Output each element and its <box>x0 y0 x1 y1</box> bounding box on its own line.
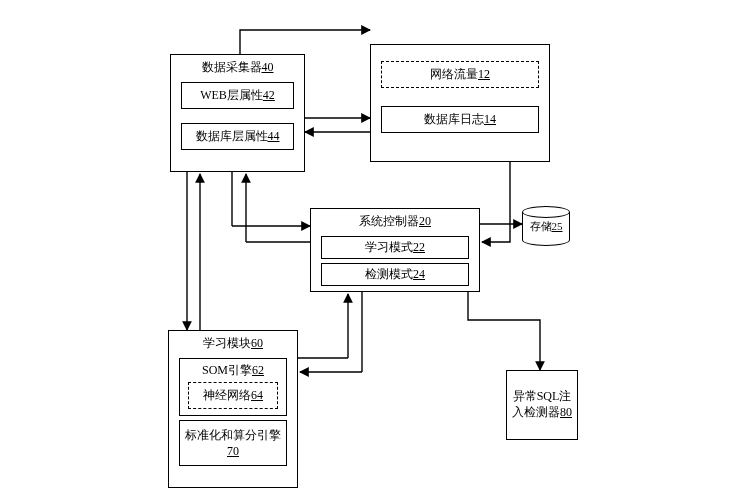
neural-network-num: 64 <box>251 388 263 402</box>
storage-cylinder: 存储25 <box>522 206 570 246</box>
learn-mode-num: 22 <box>413 240 425 254</box>
storage-num: 25 <box>552 220 563 232</box>
data-collector-title-text: 数据采集器 <box>202 60 262 74</box>
web-attributes-num: 42 <box>263 88 275 102</box>
neural-network-label: 神经网络 <box>203 388 251 402</box>
db-attributes-num: 44 <box>268 129 280 143</box>
storage-label-text: 存储 <box>530 220 552 232</box>
som-engine-box: SOM引擎62 神经网络64 <box>179 358 287 416</box>
network-traffic-box: 网络流量12 <box>381 61 539 88</box>
db-attributes-box: 数据库层属性44 <box>181 123 294 150</box>
data-collector-box: 数据采集器40 WEB层属性42 数据库层属性44 <box>170 54 305 172</box>
network-traffic-label: 网络流量 <box>430 67 478 81</box>
db-log-label: 数据库日志 <box>424 112 484 126</box>
learning-module-title: 学习模块60 <box>169 331 297 354</box>
detect-mode-num: 24 <box>413 267 425 281</box>
network-traffic-num: 12 <box>478 67 490 81</box>
data-collector-num: 40 <box>262 60 274 74</box>
som-engine-num: 62 <box>252 363 264 377</box>
db-log-box: 数据库日志14 <box>381 106 539 133</box>
detect-mode-label: 检测模式 <box>365 267 413 281</box>
data-collector-title: 数据采集器40 <box>171 55 304 78</box>
neural-network-box: 神经网络64 <box>188 382 278 409</box>
learning-module-box: 学习模块60 SOM引擎62 神经网络64 标准化和算分引擎 70 <box>168 330 298 488</box>
normalization-engine-box: 标准化和算分引擎 70 <box>179 420 287 466</box>
system-controller-num: 20 <box>419 214 431 228</box>
input-group-box: 网络流量12 数据库日志14 <box>370 44 550 162</box>
learning-module-num: 60 <box>251 336 263 350</box>
db-attributes-label: 数据库层属性 <box>196 129 268 143</box>
normalization-engine-label: 标准化和算分引擎 <box>185 428 281 442</box>
learning-module-title-text: 学习模块 <box>203 336 251 350</box>
anomaly-detector-num: 80 <box>560 405 572 419</box>
web-attributes-box: WEB层属性42 <box>181 82 294 109</box>
detect-mode-box: 检测模式24 <box>321 263 469 286</box>
normalization-engine-num: 70 <box>227 444 239 458</box>
db-log-num: 14 <box>484 112 496 126</box>
storage-label: 存储25 <box>530 219 563 234</box>
system-controller-title-text: 系统控制器 <box>359 214 419 228</box>
som-engine-label: SOM引擎 <box>202 363 252 377</box>
system-controller-box: 系统控制器20 学习模式22 检测模式24 <box>310 208 480 292</box>
learn-mode-box: 学习模式22 <box>321 236 469 259</box>
anomaly-detector-box: 异常SQL注入检测器80 <box>506 370 578 440</box>
learn-mode-label: 学习模式 <box>365 240 413 254</box>
web-attributes-label: WEB层属性 <box>200 88 263 102</box>
system-controller-title: 系统控制器20 <box>311 209 479 232</box>
